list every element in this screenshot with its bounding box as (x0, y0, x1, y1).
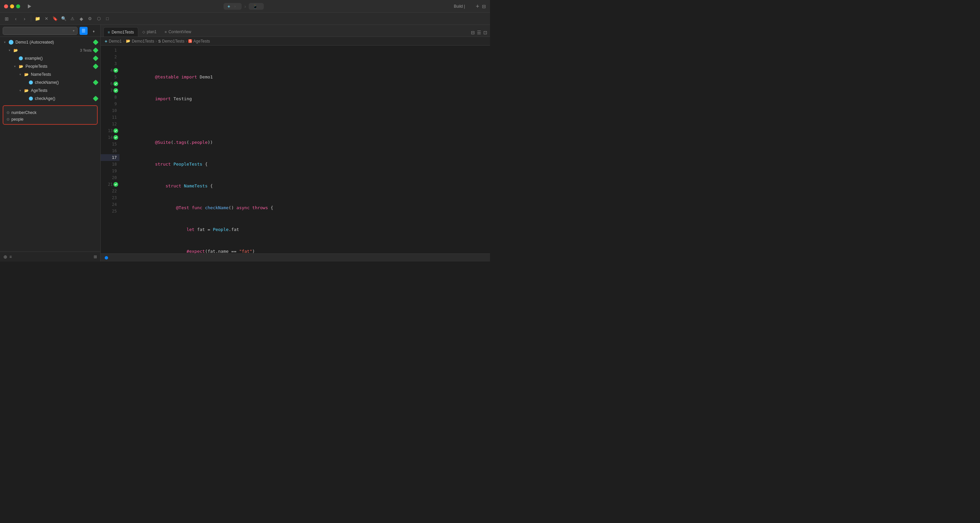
warning-icon[interactable]: ⚠ (69, 15, 76, 22)
code-editor: 1 2 3 4 (101, 46, 490, 254)
folder-icon: 📂 (19, 64, 24, 69)
gutter-check-icon[interactable] (113, 68, 118, 73)
svg-marker-0 (28, 4, 31, 8)
tab-label: plan1 (147, 30, 156, 34)
line-16-gutter: 16 (101, 147, 119, 154)
line-18-gutter: 18 (101, 161, 119, 168)
tab-label: ContentView (169, 30, 191, 34)
chevron-icon: ▾ (19, 73, 24, 76)
breadcrumb-sep: › (186, 39, 187, 44)
breadcrumb-item-4[interactable]: AgeTests (193, 39, 210, 44)
func-icon (29, 97, 33, 101)
chevron-icon: ▾ (19, 89, 24, 92)
traffic-lights (4, 4, 20, 8)
gutter-check-icon[interactable] (113, 128, 118, 133)
toolbar-separator-1 (31, 16, 31, 22)
line-6-gutter: 6 (101, 81, 119, 87)
line-7-gutter: 7 (101, 87, 119, 94)
tag-item-people[interactable]: people (3, 116, 97, 123)
line-3-gutter: 3 (101, 60, 119, 67)
code-lines[interactable]: @testable import Demo1 import Testing @S… (119, 46, 490, 254)
close-button[interactable] (4, 4, 8, 8)
tab-plan1[interactable]: ◇ plan1 (138, 27, 161, 36)
add-sidebar-button[interactable]: ⊕ (3, 254, 7, 260)
toolbar: ⊞ ‹ › 📁 ✕ 🔖 🔍 ⚠ ◆ ⚙ ⬡ □ (0, 13, 490, 25)
split-view-button[interactable]: ⊟ (482, 4, 486, 9)
bookmark-icon[interactable]: 🔖 (51, 15, 59, 22)
diamond-icon[interactable]: ◆ (78, 15, 85, 22)
run-button[interactable] (25, 2, 33, 10)
sidebar-toggle-button[interactable]: ⊞ (3, 15, 11, 23)
status-check (93, 96, 99, 101)
line-17-gutter: 17 (101, 154, 119, 161)
hexagon-icon[interactable]: ⬡ (95, 15, 102, 22)
title-bar: ◈ › › 📱 Build | + ⊟ (0, 0, 490, 13)
split-editor-button[interactable]: ⊟ (471, 30, 475, 36)
tag-view-button[interactable]: ⬧ (90, 27, 98, 35)
line-2-gutter: 2 (101, 54, 119, 60)
progress-indicator (105, 256, 108, 260)
sidebar-top-toolbar: ▾ ☰ ⬧ (0, 25, 100, 37)
gutter-check-icon[interactable] (113, 182, 118, 187)
line-14-gutter: 14 (101, 134, 119, 141)
badge: 3 Tests (80, 48, 92, 52)
tag-item-numbercheck[interactable]: numberCheck (3, 109, 97, 116)
tree-item-peopletests[interactable]: ▾ 📂 PeopleTests (0, 62, 100, 70)
tree-item-nametests[interactable]: ▾ 📂 NameTests (0, 70, 100, 78)
code-line-4: @Suite(.tags(.people)) (119, 132, 490, 139)
editor-layout-button[interactable]: ☰ (477, 30, 481, 36)
folder-icon: 📂 (13, 48, 18, 52)
status-check (93, 40, 99, 45)
line-5-gutter: 5 (101, 74, 119, 81)
swift-icon-2: S (188, 39, 192, 43)
tree-item-checkage[interactable]: checkAge() (0, 95, 100, 103)
sidebar: ▾ ☰ ⬧ ▾ Demo1 (Autocreated) ▾ 📂 (0, 25, 101, 262)
gutter-check-icon[interactable] (113, 81, 118, 86)
tab-bar: ≡ Demo1Tests ◇ plan1 ≡ ContentView ⊟ ☰ ⊡ (101, 25, 490, 37)
folder-icon[interactable]: 📁 (34, 15, 41, 22)
tree-item-checkname[interactable]: checkName() (0, 78, 100, 87)
gutter-check-icon[interactable] (113, 88, 118, 93)
breadcrumb-item-2[interactable]: Demo1Tests (132, 39, 154, 44)
line-9-gutter: 9 (101, 101, 119, 107)
tab-label: Demo1Tests (111, 30, 134, 35)
close-icon[interactable]: ✕ (43, 15, 50, 22)
test-plan-selector[interactable]: ▾ (3, 27, 78, 35)
tags-section: numberCheck people (3, 105, 98, 125)
target-selector[interactable]: 📱 (249, 3, 264, 10)
tree-item-example[interactable]: example() (0, 54, 100, 62)
inspector-button[interactable]: ⊡ (483, 30, 487, 36)
minimize-button[interactable] (10, 4, 14, 8)
back-button[interactable]: ‹ (12, 15, 19, 22)
tab-demo1tests[interactable]: ≡ Demo1Tests (103, 27, 138, 36)
tag-label: numberCheck (11, 110, 37, 115)
tree-item-demo1tests[interactable]: ▾ 📂 3 Tests (0, 46, 100, 54)
breadcrumb-item-1[interactable]: Demo1 (109, 39, 122, 44)
line-13-gutter: 13 (101, 127, 119, 134)
list-view-button[interactable]: ☰ (80, 27, 88, 35)
tag-label: people (11, 117, 24, 122)
search-icon[interactable]: 🔍 (60, 15, 67, 22)
test-tree: ▾ Demo1 (Autocreated) ▾ 📂 3 Tests (0, 37, 100, 252)
func-icon (19, 56, 23, 60)
chevron-icon: ▾ (14, 65, 18, 68)
line-21-gutter: 21 (101, 181, 119, 188)
add-editor-button[interactable]: + (476, 3, 479, 10)
forward-button[interactable]: › (21, 15, 28, 22)
tree-item-demo1-root[interactable]: ▾ Demo1 (Autocreated) (0, 38, 100, 46)
sort-button[interactable]: ⊞ (94, 254, 97, 259)
tab-contentview[interactable]: ≡ ContentView (161, 27, 195, 36)
status-check (93, 64, 99, 70)
filter-button[interactable]: ≡ (10, 254, 12, 259)
status-check (93, 55, 99, 61)
gutter-check-icon[interactable] (113, 135, 118, 140)
tree-item-agetests[interactable]: ▾ 📂 AgeTests (0, 87, 100, 95)
chevron-down-icon: ▾ (73, 29, 75, 33)
chevron-icon: ▾ (4, 41, 8, 44)
fullscreen-button[interactable] (16, 4, 20, 8)
breadcrumb-item-3[interactable]: Demo1Tests (162, 39, 185, 44)
gear-icon[interactable]: ⚙ (86, 15, 94, 22)
project-device-selector[interactable]: ◈ › (224, 3, 242, 10)
square-icon[interactable]: □ (104, 15, 111, 22)
item-label: Demo1 (Autocreated) (16, 40, 93, 44)
